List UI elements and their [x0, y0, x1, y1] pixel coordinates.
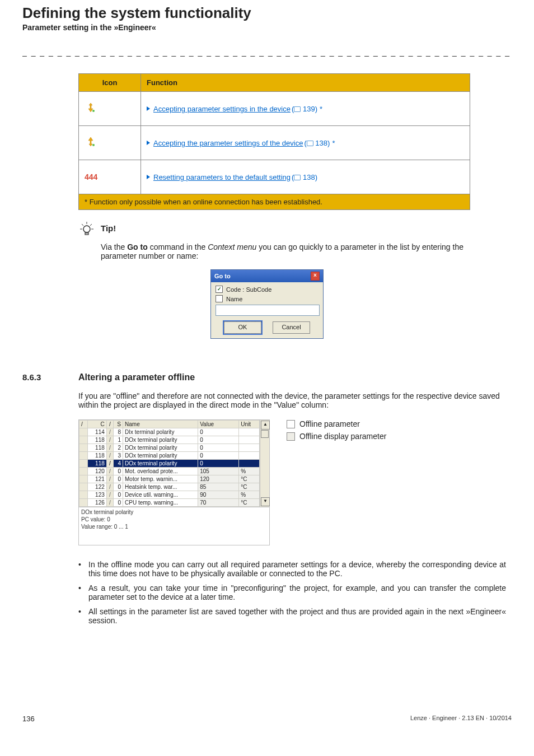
divider: _ _ _ _ _ _ _ _ _ _ _ _ _ _ _ _ _ _ _ _ … [22, 48, 512, 57]
upload-arrow-icon [85, 136, 97, 148]
page-footer: 136 Lenze · Engineer · 2.13 EN · 10/2014 [0, 715, 534, 734]
page-number: 136 [22, 715, 35, 723]
footer-info: Lenze · Engineer · 2.13 EN · 10/2014 [410, 715, 512, 723]
checkbox-code[interactable]: ✓ [216, 286, 223, 293]
table-row[interactable]: 118/3DOx terminal polarity0 [79, 452, 260, 460]
legend-offline-display: Offline display parameter [299, 432, 386, 441]
checkbox-code-label: Code : SubCode [226, 286, 271, 293]
svg-line-6 [90, 224, 92, 226]
close-icon[interactable]: × [311, 272, 320, 281]
cancel-button[interactable]: Cancel [273, 321, 310, 334]
page-ref: ( 138) [292, 173, 317, 181]
table-row: Accepting the parameter settings of the … [79, 126, 470, 160]
col-header-name[interactable]: Name [123, 421, 198, 428]
col-header-c[interactable]: C [87, 421, 106, 428]
legend-swatch-grey [287, 432, 295, 441]
page-subtitle: Parameter setting in the »Engineer« [22, 23, 512, 32]
page-ref: ( 139) [292, 105, 317, 113]
bullet: In the offline mode you can carry out al… [88, 560, 506, 578]
legend-offline-param: Offline parameter [299, 419, 360, 428]
footnote-star: * [320, 105, 322, 113]
col-header-value[interactable]: Value [198, 421, 239, 428]
table-row[interactable]: 118/2DOx terminal polarity0 [79, 444, 260, 452]
goto-dialog: Go to × ✓ Code : SubCode Name OK Cancel [210, 269, 324, 339]
col-header-slash: / [106, 421, 113, 428]
link-reset-default[interactable]: Resetting parameters to the default sett… [153, 173, 291, 181]
footnote-star: * [332, 139, 335, 147]
table-row[interactable]: 126/0CPU temp. warning...70°C [79, 499, 260, 507]
table-footnote: * Function only possible when an online … [79, 194, 470, 210]
ok-button[interactable]: OK [224, 321, 261, 334]
arrow-right-icon [147, 106, 150, 111]
section-intro: If you are "offline" and therefore are n… [78, 391, 506, 409]
bullet: As a result, you can take your time in "… [88, 584, 506, 601]
table-row[interactable]: 120/0Mot. overload prote...105% [79, 468, 260, 475]
bullet-list: •In the offline mode you can carry out a… [78, 560, 506, 625]
goto-input[interactable] [216, 305, 320, 316]
table-row[interactable]: 114/8DIx terminal polarity0 [79, 428, 260, 436]
bullet: All settings in the parameter list are s… [88, 607, 506, 625]
scrollbar[interactable]: ▲ ▼ [260, 420, 269, 507]
section-number: 8.6.3 [22, 372, 78, 382]
page-ref: ( 138) [304, 139, 330, 147]
table-row[interactable]: 121/0Motor temp. warnin...120°C [79, 475, 260, 483]
col-header-status[interactable]: / [79, 421, 88, 428]
link-accept-in-device[interactable]: Accepting parameter settings in the devi… [153, 105, 291, 113]
col-header-s[interactable]: S [113, 421, 123, 428]
book-icon [294, 175, 301, 180]
svg-marker-2 [88, 137, 93, 146]
svg-line-5 [82, 224, 83, 226]
svg-point-1 [92, 110, 95, 112]
parameter-grid: / C / S Name Value Unit 114/8DIx termina… [78, 419, 270, 545]
arrow-right-icon [147, 141, 150, 145]
book-icon [307, 141, 313, 146]
dialog-title: Go to [214, 273, 231, 279]
col-header-icon: Icon [79, 74, 141, 92]
table-row: 444 Resetting parameters to the default … [79, 160, 470, 194]
scroll-up-icon[interactable]: ▲ [261, 421, 270, 430]
book-icon [294, 106, 301, 112]
page-title: Defining the system functionality [22, 4, 512, 22]
svg-point-3 [92, 144, 95, 146]
checkbox-name[interactable] [216, 295, 223, 302]
link-accept-of-device[interactable]: Accepting the parameter settings of the … [153, 139, 303, 147]
grid-footer: DOx terminal polarity PC value: 0 Value … [79, 507, 269, 545]
table-row: Accepting parameter settings in the devi… [79, 92, 470, 126]
table-row[interactable]: 118/4DOx terminal polarity0 [79, 460, 260, 468]
arrow-right-icon [147, 175, 150, 179]
lightbulb-icon [78, 221, 95, 240]
download-arrow-icon [85, 102, 97, 114]
scroll-down-icon[interactable]: ▼ [261, 497, 270, 506]
legend: Offline parameter Offline display parame… [287, 419, 386, 545]
col-header-unit[interactable]: Unit [239, 421, 260, 428]
svg-point-9 [83, 226, 90, 232]
svg-marker-0 [88, 103, 93, 112]
checkbox-name-label: Name [226, 296, 242, 302]
col-header-function: Function [141, 74, 470, 92]
reset-icon: 444 [85, 172, 97, 181]
table-row[interactable]: 122/0Heatsink temp. war...85°C [79, 483, 260, 491]
tip-body: Via the Go to command in the Context men… [101, 242, 495, 260]
section-title: Altering a parameter offline [78, 372, 195, 382]
table-row[interactable]: 118/1DOx terminal polarity0 [79, 436, 260, 444]
scroll-thumb[interactable] [261, 430, 269, 438]
table-row[interactable]: 123/0Device util. warning...90% [79, 491, 260, 499]
tip-label: Tip! [101, 223, 116, 233]
legend-swatch-white [287, 420, 295, 428]
icon-function-table: Icon Function Accepting parameter settin… [78, 73, 470, 210]
